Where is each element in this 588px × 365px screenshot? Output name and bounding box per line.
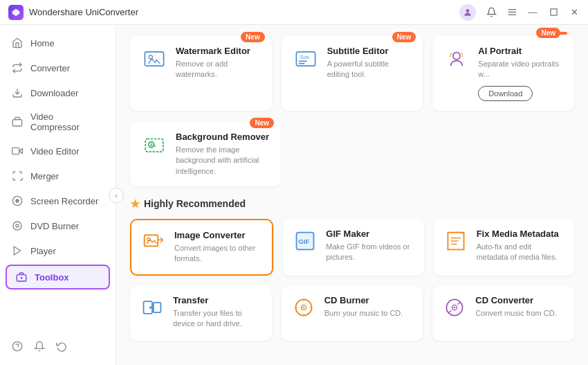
app-logo: [8, 5, 24, 20]
sidebar-item-dvd-burner[interactable]: DVD Burner: [0, 213, 116, 238]
svg-point-41: [302, 306, 304, 308]
downloader-icon: [11, 87, 24, 99]
fix-media-metadata-icon: [443, 229, 468, 253]
close-button[interactable]: ✕: [569, 7, 580, 18]
toolbox-icon: [15, 271, 28, 283]
subtitle-editor-desc: A powerful subtitle editing tool.: [327, 59, 414, 80]
subtitle-editor-info: Subtitle Editor A powerful subtitle edit…: [327, 46, 414, 80]
image-converter-icon: [141, 230, 166, 255]
watermark-editor-info: Watermark Editor Remove or add watermark…: [176, 46, 262, 80]
background-remover-info: Background Remover Remove the image back…: [176, 132, 271, 177]
svg-marker-13: [14, 247, 20, 255]
cd-burner-info: CD Burner Burn your music to CD.: [324, 295, 403, 319]
bell-icon[interactable]: [33, 340, 46, 353]
svg-rect-6: [12, 120, 21, 126]
transfer-desc: Transfer your files to device or hard dr…: [173, 308, 262, 330]
minimize-button[interactable]: —: [527, 7, 538, 18]
sidebar-item-converter[interactable]: Converter: [0, 55, 116, 80]
svg-text:GIF: GIF: [299, 238, 310, 245]
sidebar-item-downloader[interactable]: Downloader: [0, 80, 116, 105]
app-title: Wondershare UniConverter: [29, 7, 138, 17]
menu-icon[interactable]: [506, 7, 517, 18]
sidebar-label-home: Home: [30, 38, 55, 48]
gif-maker-desc: Make GIF from videos or pictures.: [326, 242, 414, 263]
video-compressor-icon: [11, 116, 24, 128]
image-converter-card[interactable]: Image Converter Convert images to other …: [130, 219, 273, 276]
sidebar-label-converter: Converter: [30, 63, 70, 73]
sidebar-item-video-compressor[interactable]: Video Compressor: [0, 105, 116, 139]
background-remover-icon: [141, 132, 167, 158]
ai-portrait-desc: Separate video portraits w...: [478, 59, 564, 80]
recommended-tools-row: Image Converter Convert images to other …: [130, 219, 574, 276]
sidebar-label-dvd-burner: DVD Burner: [30, 221, 79, 231]
fix-media-metadata-card[interactable]: Fix Media Metadata Auto-fix and edit met…: [434, 219, 574, 276]
second-tools-row: New Background Remover Remove the image …: [130, 122, 574, 186]
bottom-tools-row: Transfer Transfer your files to device o…: [130, 285, 574, 341]
gif-maker-icon: GIF: [293, 229, 318, 253]
watermark-editor-name: Watermark Editor: [176, 46, 262, 56]
sidebar-item-screen-recorder[interactable]: Screen Recorder: [0, 188, 116, 213]
star-icon: ★: [130, 197, 140, 211]
section-title-text: Highly Recommended: [144, 198, 246, 209]
ai-portrait-card[interactable]: New AI Portrait Separate video portraits…: [432, 36, 574, 111]
content-area: New Watermark Editor Remove or add water…: [116, 25, 588, 365]
sidebar-item-home[interactable]: Home: [0, 30, 116, 55]
sidebar-label-screen-recorder: Screen Recorder: [30, 196, 98, 206]
svg-point-10: [16, 199, 19, 202]
titlebar: Wondershare UniConverter — ✕: [0, 0, 588, 25]
sidebar-item-merger[interactable]: Merger: [0, 163, 116, 188]
ai-portrait-download-button[interactable]: Download: [478, 86, 533, 101]
ai-portrait-name: AI Portrait: [478, 46, 564, 56]
sidebar-item-video-editor[interactable]: Video Editor: [0, 139, 116, 163]
svg-point-0: [466, 9, 470, 12]
fix-media-metadata-name: Fix Media Metadata: [477, 229, 564, 239]
image-converter-desc: Convert images to other formats.: [174, 243, 262, 265]
svg-point-44: [454, 306, 456, 308]
maximize-button[interactable]: [548, 7, 559, 18]
sidebar-label-video-editor: Video Editor: [30, 146, 80, 157]
watermark-editor-card[interactable]: New Watermark Editor Remove or add water…: [130, 36, 272, 111]
svg-text:Sub: Sub: [300, 54, 309, 60]
svg-marker-7: [19, 149, 23, 154]
section-title: ★ Highly Recommended: [130, 197, 574, 211]
screen-recorder-icon: [11, 195, 24, 207]
cd-burner-card[interactable]: CD Burner Burn your music to CD.: [282, 285, 423, 341]
subtitle-editor-icon: Sub: [293, 46, 319, 72]
watermark-editor-desc: Remove or add watermarks.: [176, 59, 262, 80]
svg-rect-38: [154, 303, 161, 312]
sidebar-label-toolbox: Toolbox: [35, 272, 69, 283]
background-remover-card[interactable]: New Background Remover Remove the image …: [130, 122, 281, 186]
subtitle-editor-name: Subtitle Editor: [327, 46, 414, 56]
sidebar-item-toolbox[interactable]: Toolbox: [6, 265, 110, 290]
titlebar-left: Wondershare UniConverter: [8, 5, 138, 20]
subtitle-editor-card[interactable]: New Sub Subtitle Editor A powerful subti…: [282, 36, 423, 111]
transfer-name: Transfer: [173, 295, 262, 305]
watermark-editor-icon: [141, 46, 167, 72]
watermark-editor-new-badge: New: [241, 32, 265, 42]
gif-maker-card[interactable]: GIF GIF Maker Make GIF from videos or pi…: [283, 219, 423, 276]
sidebar: Home Converter Downloader Video Compress…: [0, 25, 116, 365]
background-remover-desc: Remove the image background with artific…: [176, 145, 271, 177]
titlebar-controls: — ✕: [459, 4, 580, 21]
background-remover-name: Background Remover: [176, 132, 271, 142]
sidebar-label-merger: Merger: [30, 171, 59, 181]
sidebar-label-downloader: Downloader: [30, 88, 78, 98]
cd-converter-desc: Convert music from CD.: [475, 308, 556, 319]
top-tools-row: New Watermark Editor Remove or add water…: [130, 36, 574, 111]
transfer-card[interactable]: Transfer Transfer your files to device o…: [130, 285, 272, 341]
feedback-icon[interactable]: [55, 340, 68, 353]
cd-burner-icon: [291, 295, 316, 320]
cd-converter-card[interactable]: CD Converter Convert music from CD.: [432, 285, 574, 341]
cd-converter-icon: [442, 295, 467, 320]
sidebar-item-player[interactable]: Player: [0, 238, 116, 263]
fix-media-metadata-desc: Auto-fix and edit metadata of media file…: [477, 242, 564, 263]
cd-burner-desc: Burn your music to CD.: [324, 308, 403, 319]
notification-bell-icon[interactable]: [486, 7, 497, 18]
collapse-sidebar-button[interactable]: ‹: [109, 188, 124, 203]
home-icon: [11, 37, 24, 49]
svg-point-11: [13, 222, 21, 230]
fix-media-metadata-info: Fix Media Metadata Auto-fix and edit met…: [477, 229, 564, 263]
help-icon[interactable]: [11, 340, 24, 353]
user-account-icon[interactable]: [459, 4, 476, 21]
sidebar-bottom: [0, 333, 116, 359]
